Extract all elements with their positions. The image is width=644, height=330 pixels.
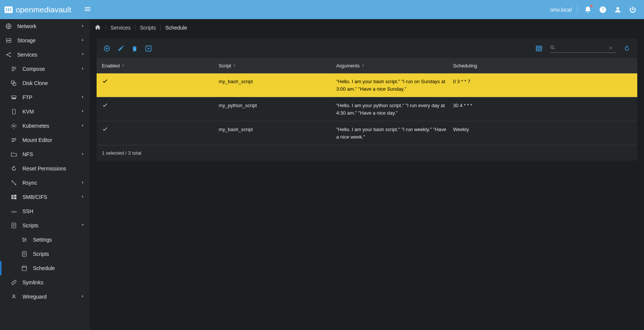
refresh-button[interactable]: [623, 45, 631, 52]
sidebar-item-disk-clone[interactable]: Disk Clone: [0, 76, 90, 90]
notification-dot-icon: [590, 4, 593, 7]
toolbar: [97, 39, 637, 58]
user-menu-button[interactable]: [612, 4, 624, 16]
svg-rect-22: [22, 266, 27, 271]
sidebar-item-mount-editor[interactable]: Mount Editor: [0, 133, 90, 147]
table-row[interactable]: my_bash_script "Hello. I am your bash sc…: [97, 121, 637, 145]
sidebar-item-label: Scripts: [22, 222, 80, 228]
sidebar-item-ftp[interactable]: FTP: [0, 90, 90, 105]
sliders-icon: [20, 236, 28, 243]
menu-toggle-button[interactable]: [82, 3, 94, 16]
sidebar-item-rsync[interactable]: Rsync: [0, 176, 90, 190]
sidebar-item-compose[interactable]: Compose: [0, 62, 90, 76]
search-icon: [550, 45, 555, 52]
rsync-icon: [10, 179, 18, 186]
sidebar-item-label: Network: [17, 23, 80, 29]
search-input[interactable]: [558, 45, 606, 51]
cell-arguments: "Hello. I am your bash script." "I run w…: [336, 126, 453, 140]
svg-point-19: [25, 239, 26, 240]
add-button[interactable]: [103, 45, 110, 52]
cell-arguments: "Hello. I am your bash script." "I run o…: [336, 78, 453, 93]
sidebar-item-label: SMB/CIFS: [22, 194, 80, 200]
app-logo[interactable]: openmediavault: [4, 5, 71, 15]
search-field[interactable]: [549, 44, 617, 53]
sidebar-item-storage[interactable]: Storage: [0, 33, 90, 48]
column-header-enabled[interactable]: Enabled: [102, 63, 219, 69]
sidebar-item-symlinks[interactable]: Symlinks: [0, 275, 90, 290]
clear-search-button[interactable]: [608, 45, 613, 52]
chevron-down-icon: [80, 52, 85, 58]
breadcrumb-item: Schedule: [165, 25, 187, 31]
column-header-script[interactable]: Script: [219, 63, 336, 69]
reset-icon: [10, 165, 18, 172]
breadcrumb-separator: [135, 25, 136, 31]
chevron-right-icon: [80, 37, 85, 44]
chevron-right-icon: [80, 66, 85, 72]
svg-point-18: [23, 238, 24, 239]
sidebar-item-ssh[interactable]: SSH SSH: [0, 204, 90, 218]
cell-scheduling: 30 4 * * *: [453, 102, 637, 109]
notifications-button[interactable]: [582, 4, 594, 16]
header-separator: [577, 6, 577, 14]
sidebar-item-label: Reset Permissions: [22, 166, 85, 172]
windows-icon: [10, 194, 18, 200]
chevron-right-icon: [80, 123, 85, 129]
svg-rect-11: [13, 83, 16, 86]
sidebar-item-nfs[interactable]: NFS: [0, 147, 90, 161]
column-label: Arguments: [336, 63, 360, 69]
breadcrumb-item[interactable]: Services: [110, 25, 131, 31]
sort-icon: [361, 63, 365, 69]
sidebar-item-smb[interactable]: SMB/CIFS: [0, 190, 90, 204]
cell-scheduling: 0 3 * * 7: [453, 78, 637, 85]
sidebar-item-label: Schedule: [33, 265, 85, 271]
svg-point-8: [9, 52, 10, 54]
svg-rect-13: [12, 98, 16, 99]
sidebar-item-network[interactable]: Network: [0, 19, 90, 33]
svg-rect-3: [10, 8, 11, 11]
help-button[interactable]: [597, 4, 609, 16]
delete-button[interactable]: [131, 45, 138, 52]
ssh-icon: SSH: [10, 208, 18, 215]
nfs-icon: [10, 151, 18, 158]
sidebar-item-label: Services: [17, 52, 80, 58]
breadcrumb-item[interactable]: Scripts: [140, 25, 156, 31]
schedule-panel: Enabled Script Arguments Scheduling: [97, 39, 637, 161]
column-header-arguments[interactable]: Arguments: [336, 63, 453, 69]
chevron-right-icon: [80, 23, 85, 30]
chevron-down-icon: [80, 222, 85, 229]
sidebar-item-label: Mount Editor: [22, 137, 85, 143]
sidebar-item-label: Symlinks: [22, 279, 85, 285]
sidebar-item-scripts-scripts[interactable]: Scripts: [0, 247, 90, 261]
sidebar-item-services[interactable]: Services: [0, 48, 90, 62]
columns-button[interactable]: [535, 45, 543, 52]
run-button[interactable]: [145, 45, 152, 52]
sidebar-item-scripts[interactable]: Scripts: [0, 218, 90, 233]
chevron-right-icon: [80, 294, 85, 300]
sidebar-item-label: FTP: [22, 94, 80, 100]
chevron-right-icon: [80, 194, 85, 200]
sidebar-item-kubernetes[interactable]: Kubernetes: [0, 119, 90, 133]
sidebar-item-label: Wireguard: [22, 294, 80, 300]
table-header-row: Enabled Script Arguments Scheduling: [97, 58, 637, 73]
kvm-icon: [10, 108, 18, 115]
wireguard-icon: [10, 293, 18, 300]
content-area: Services Scripts Schedule: [90, 19, 644, 330]
power-button[interactable]: [627, 4, 639, 16]
cell-arguments: "Hello. I am your python script." "I run…: [336, 102, 453, 116]
edit-button[interactable]: [117, 45, 124, 52]
sidebar-item-wireguard[interactable]: Wireguard: [0, 290, 90, 304]
table-row[interactable]: my_bash_script "Hello. I am your bash sc…: [97, 73, 637, 97]
table-row[interactable]: my_python_script "Hello. I am your pytho…: [97, 97, 637, 121]
sidebar-item-scripts-schedule[interactable]: Schedule: [0, 261, 90, 275]
svg-rect-10: [11, 81, 14, 84]
app-title: openmediavault: [16, 5, 71, 14]
column-header-scheduling[interactable]: Scheduling: [453, 63, 637, 69]
sidebar-item-kvm[interactable]: KVM: [0, 105, 90, 119]
chevron-right-icon: [80, 180, 85, 186]
chevron-right-icon: [80, 151, 85, 158]
network-icon: [4, 23, 13, 30]
home-icon[interactable]: [94, 24, 101, 32]
sidebar-item-scripts-settings[interactable]: Settings: [0, 233, 90, 247]
sidebar-item-reset-permissions[interactable]: Reset Permissions: [0, 161, 90, 176]
gear-icon: [10, 122, 18, 129]
